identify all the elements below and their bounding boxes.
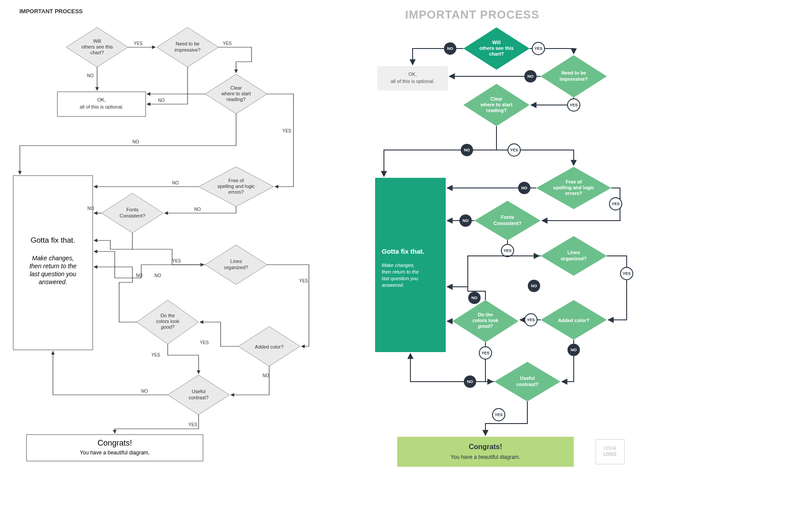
svg-text:Congrats!: Congrats!: [469, 443, 502, 450]
congrats-left: Congrats! You have a beautiful diagram.: [26, 435, 203, 461]
svg-text:LOGO: LOGO: [603, 452, 617, 457]
svg-text:NO: NO: [571, 348, 577, 352]
edge: [94, 251, 205, 278]
svg-text:NO: NO: [447, 46, 453, 51]
svg-text:You have a beautiful diagram.: You have a beautiful diagram.: [80, 450, 150, 456]
svg-text:YES: YES: [534, 46, 542, 51]
svg-text:where to start: where to start: [480, 102, 512, 107]
svg-text:NO: NO: [521, 186, 527, 190]
q8-right: Do the colors look good?: [452, 300, 519, 342]
svg-text:chart?: chart?: [90, 50, 104, 55]
svg-text:YES: YES: [223, 41, 232, 46]
svg-text:OK,: OK,: [409, 71, 417, 77]
svg-text:Will: Will: [492, 40, 500, 45]
svg-text:NO: NO: [132, 139, 139, 144]
svg-text:all of this is optional.: all of this is optional.: [391, 79, 434, 84]
q2-left: Need to be impressive?: [157, 27, 218, 67]
svg-text:NO: NO: [471, 296, 477, 300]
edge: [132, 249, 204, 265]
svg-text:Consistent?: Consistent?: [493, 221, 522, 226]
svg-text:reading?: reading?: [227, 97, 246, 102]
svg-text:organized?: organized?: [224, 265, 248, 270]
q5-right: Fonts Consistent?: [474, 201, 541, 240]
svg-text:Will: Will: [93, 38, 101, 44]
q2-right: Need to be impressive?: [541, 55, 607, 98]
svg-text:colors look: colors look: [156, 319, 180, 324]
svg-text:Useful: Useful: [520, 375, 535, 381]
svg-text:good?: good?: [161, 324, 175, 330]
svg-text:Congrats!: Congrats!: [98, 439, 132, 447]
svg-text:OK,: OK,: [98, 97, 106, 102]
svg-text:others see this: others see this: [479, 45, 514, 51]
svg-text:Make changes,: Make changes,: [32, 255, 74, 262]
svg-text:organized?: organized?: [561, 256, 587, 261]
svg-text:errors?: errors?: [229, 189, 244, 195]
q6-right: Lines organized?: [541, 236, 607, 276]
edge: [53, 351, 168, 395]
svg-text:Fonts: Fonts: [126, 207, 139, 212]
q3-right: Clear where to start reading?: [463, 84, 530, 126]
q4-right: Free of spelling and logic errors?: [536, 167, 611, 209]
svg-text:Consistent?: Consistent?: [120, 213, 145, 218]
q7-right: Added color?: [541, 300, 607, 340]
svg-text:Make changes,: Make changes,: [382, 263, 415, 268]
svg-text:answered.: answered.: [382, 282, 404, 288]
svg-text:NO: NO: [194, 207, 201, 212]
svg-text:Do the: Do the: [478, 312, 493, 317]
edge: [231, 366, 269, 395]
q1-left: Will others see this chart?: [66, 27, 128, 67]
svg-text:NO: NO: [87, 73, 94, 78]
svg-text:Free of: Free of: [566, 179, 582, 184]
svg-text:Lines: Lines: [230, 259, 242, 264]
svg-text:YES: YES: [495, 413, 503, 417]
svg-rect-99: [397, 437, 574, 467]
svg-text:NO: NO: [154, 273, 161, 278]
edge: [168, 344, 199, 374]
svg-text:contrast?: contrast?: [516, 382, 538, 387]
logo-placeholder: YOUR LOGO: [596, 439, 624, 464]
svg-text:YES: YES: [481, 351, 489, 355]
svg-text:colors look: colors look: [473, 318, 499, 323]
congrats-right: Congrats! You have a beautiful diagram.: [397, 437, 574, 467]
svg-text:Gotta fix that.: Gotta fix that.: [382, 248, 425, 255]
q4-left: Free of spelling and logic errors?: [199, 167, 274, 206]
flowchart-right: IMPORTANT PROCESS Will others see this c…: [375, 8, 633, 467]
svg-text:Free of: Free of: [229, 178, 244, 183]
edge: [115, 415, 199, 433]
edge: [267, 94, 293, 187]
edge: [147, 67, 188, 104]
q3-left: Clear where to start reading?: [205, 74, 267, 114]
svg-text:impressive?: impressive?: [560, 76, 588, 82]
q6-left: Lines organized?: [205, 245, 267, 285]
svg-text:where to start: where to start: [221, 91, 251, 96]
svg-text:YES: YES: [504, 248, 511, 253]
svg-text:Lines: Lines: [568, 250, 580, 255]
svg-text:spelling and logic: spelling and logic: [553, 185, 594, 190]
q9-left: Useful contrast?: [168, 375, 229, 415]
svg-text:last question you: last question you: [30, 270, 76, 278]
svg-text:Need to be: Need to be: [561, 70, 586, 75]
svg-text:NO: NO: [527, 74, 534, 79]
svg-text:NO: NO: [172, 180, 179, 185]
svg-text:Clear: Clear: [490, 96, 503, 101]
edge: [447, 256, 541, 287]
svg-text:good?: good?: [477, 323, 493, 329]
svg-text:YES: YES: [200, 340, 209, 345]
svg-text:YES: YES: [299, 278, 308, 283]
svg-text:last question you: last question you: [382, 276, 418, 281]
svg-text:chart?: chart?: [489, 51, 504, 56]
svg-text:YES: YES: [172, 259, 181, 263]
svg-text:YES: YES: [510, 148, 518, 152]
svg-text:Gotta fix that.: Gotta fix that.: [30, 236, 75, 244]
q8-left: Do the colors look good?: [137, 300, 199, 344]
svg-text:NO: NO: [141, 389, 148, 394]
title-left: IMPORTANT PROCESS: [19, 8, 83, 15]
svg-text:spelling and logic: spelling and logic: [218, 184, 255, 189]
svg-text:YES: YES: [282, 128, 291, 133]
svg-text:YES: YES: [151, 353, 160, 357]
svg-text:answered.: answered.: [39, 278, 68, 285]
flowchart-left: IMPORTANT PROCESS Will others see this c…: [13, 8, 309, 461]
svg-text:YES: YES: [612, 202, 620, 206]
svg-text:all of this is optional.: all of this is optional.: [79, 104, 123, 109]
svg-text:NO: NO: [462, 218, 469, 223]
